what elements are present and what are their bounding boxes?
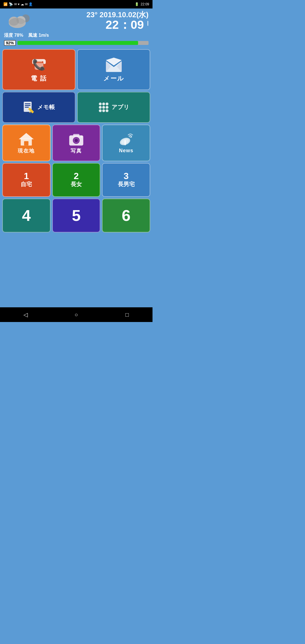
phone-label: 電 話	[31, 74, 47, 83]
svg-point-19	[99, 103, 102, 105]
speed-6-number: 6	[122, 206, 130, 225]
svg-rect-39	[125, 140, 126, 145]
nav-bar: ◁ ○ □	[0, 307, 152, 322]
weather-icon-area	[4, 11, 35, 31]
news-label: News	[119, 148, 133, 154]
app-label: アプリ	[112, 103, 129, 111]
phone-tile[interactable]: 📞 電 話	[2, 49, 75, 90]
news-antenna-icon	[118, 132, 135, 147]
camera-icon	[68, 132, 85, 147]
mail-label: メール	[103, 74, 124, 83]
speed-dial-1[interactable]: 1 自宅	[2, 163, 51, 197]
svg-marker-18	[29, 112, 31, 113]
row-1: 📞 電 話 メール	[2, 49, 150, 90]
speed-dial-5[interactable]: 5	[52, 199, 101, 232]
location-tile[interactable]: 現在地	[2, 125, 51, 161]
speed-dial-4[interactable]: 4	[2, 199, 51, 232]
speed-2-label: 長女	[71, 180, 82, 188]
speed-dial-6[interactable]: 6	[102, 199, 150, 232]
date: 2019.10.02(水)	[100, 10, 149, 19]
nav-home-button[interactable]: ○	[69, 310, 83, 320]
svg-point-24	[106, 106, 108, 109]
temperature: 23°	[86, 10, 97, 19]
status-bar: 📶 📡 ✉ ▾ ☁ ✉ 👤 🔋 22:09	[0, 0, 152, 8]
svg-point-20	[102, 103, 105, 105]
svg-rect-15	[25, 105, 30, 106]
battery-bar-row: 92%	[0, 40, 152, 47]
location-label: 現在地	[18, 147, 35, 154]
svg-point-23	[102, 106, 105, 109]
app-inner: アプリ	[98, 102, 129, 113]
temp-date: 23° 2019.10.02(水)	[35, 11, 149, 19]
status-right: 🔋 22:09	[135, 2, 149, 6]
speed-4-number: 4	[22, 206, 31, 225]
weather-info-right: 23° 2019.10.02(水) 22：09 |	[35, 11, 149, 31]
mail-tile[interactable]: メール	[77, 49, 150, 90]
battery-percent-label: 92%	[4, 40, 16, 46]
memo-tile[interactable]: メモ帳	[2, 92, 75, 123]
speed-2-number: 2	[74, 171, 79, 180]
speed-dial-3[interactable]: 3 長男宅	[102, 163, 150, 197]
svg-rect-30	[24, 141, 29, 145]
wifi-icon: 📡	[9, 2, 13, 6]
svg-point-36	[80, 136, 82, 138]
photo-label: 写真	[71, 147, 82, 154]
news-tile[interactable]: News	[102, 125, 150, 161]
humidity: 湿度 78%	[4, 33, 23, 38]
weather-cloud-icon	[5, 12, 34, 29]
svg-rect-14	[25, 103, 30, 104]
svg-point-22	[99, 106, 102, 109]
svg-point-5	[9, 17, 19, 26]
speed-1-label: 自宅	[21, 180, 32, 188]
battery-icon: 🔋	[135, 2, 139, 6]
battery-bar-fill	[18, 41, 138, 45]
svg-point-35	[75, 139, 78, 142]
battery-bar-track	[18, 41, 149, 45]
signal-icon: 📶	[3, 2, 8, 6]
memo-label: メモ帳	[37, 103, 55, 111]
status-icons: 📶 📡 ✉ ▾ ☁ ✉ 👤	[3, 2, 33, 6]
row-4: 1 自宅 2 長女 3 長男宅	[2, 163, 150, 197]
app-grid-icon	[98, 102, 109, 113]
svg-point-26	[102, 109, 105, 112]
wind-speed: 風速 1m/s	[28, 33, 49, 38]
svg-point-27	[106, 109, 108, 112]
nav-recent-button[interactable]: □	[120, 310, 134, 320]
speed-3-label: 長男宅	[118, 180, 135, 188]
nav-back-button[interactable]: ◁	[18, 310, 32, 320]
svg-text:📞: 📞	[32, 58, 46, 71]
location-icon	[18, 132, 35, 147]
speed-5-number: 5	[72, 206, 80, 225]
memo-inner: メモ帳	[23, 101, 55, 114]
weather-sub: 湿度 78% 風速 1m/s	[0, 32, 152, 40]
svg-marker-28	[19, 133, 34, 139]
weather-time: 22：09 |	[35, 19, 149, 31]
notification-icons: ✉ ▾ ☁ ✉ 👤	[14, 2, 33, 6]
speed-1-number: 1	[24, 171, 29, 180]
main-grid: 📞 電 話 メール	[0, 47, 152, 234]
speed-3-number: 3	[124, 171, 129, 180]
row-2: メモ帳 アプリ	[2, 92, 150, 123]
app-tile[interactable]: アプリ	[77, 92, 150, 123]
vertical-bar-icon: |	[147, 20, 149, 26]
row-3: 現在地 写真	[2, 125, 150, 161]
svg-point-25	[99, 109, 102, 112]
clock: 22:09	[141, 2, 149, 6]
mail-icon	[104, 56, 124, 73]
weather-header: 23° 2019.10.02(水) 22：09 |	[0, 8, 152, 32]
photo-tile[interactable]: 写真	[52, 125, 101, 161]
svg-rect-16	[25, 107, 29, 108]
memo-icon	[23, 101, 35, 114]
svg-rect-32	[73, 134, 79, 136]
speed-dial-2[interactable]: 2 長女	[52, 163, 101, 197]
phone-icon: 📞	[29, 56, 49, 73]
row-5: 4 5 6	[2, 199, 150, 232]
svg-point-21	[106, 103, 108, 105]
